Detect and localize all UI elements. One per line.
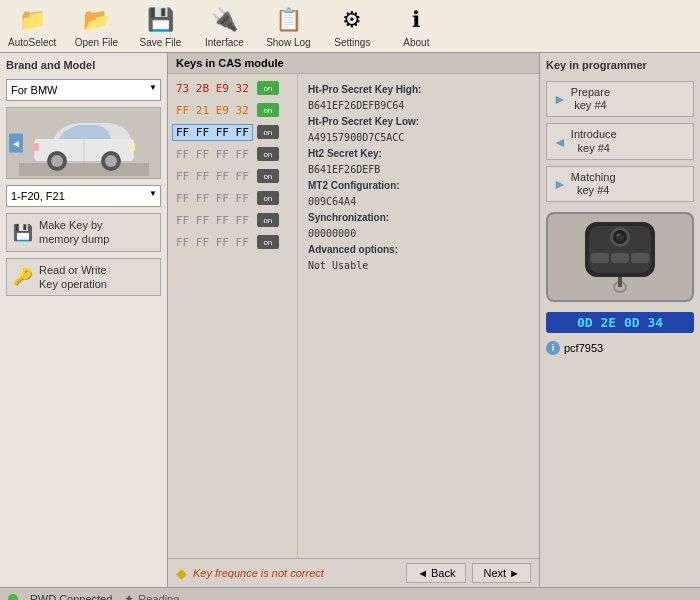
toolbar-interface[interactable]: 🔌 Interface	[200, 4, 248, 48]
key-indicator-7[interactable]: on	[257, 235, 279, 249]
read-write-button[interactable]: 🔑 Read or Write Key operation	[6, 258, 161, 297]
next-button[interactable]: Next ►	[472, 563, 531, 583]
key-hex-7[interactable]: FF FF FF FF	[172, 234, 253, 251]
back-button[interactable]: ◄ Back	[406, 563, 466, 583]
key-indicator-5[interactable]: on	[257, 191, 279, 205]
key-indicator-6[interactable]: on	[257, 213, 279, 227]
key-indicator-2[interactable]: on	[257, 125, 279, 139]
key-hex-0[interactable]: 73 2B E9 32	[172, 80, 253, 97]
car-prev-button[interactable]: ◄	[9, 134, 23, 153]
back-arrow-icon: ◄	[417, 567, 428, 579]
svg-rect-8	[33, 143, 39, 151]
toolbar-autoselect[interactable]: 📁 AutoSelect	[8, 4, 56, 48]
chip-info-icon: i	[546, 341, 560, 355]
key-code-display: 0D 2E 0D 34	[546, 312, 694, 333]
interface-icon: 🔌	[208, 4, 240, 36]
car-svg	[19, 111, 149, 176]
key-row-2: FF FF FF FF on	[172, 122, 293, 142]
right-header: Key in programmer	[546, 59, 694, 71]
svg-rect-7	[129, 143, 135, 151]
key-row-3: FF FF FF FF on	[172, 144, 293, 164]
key-indicator-3[interactable]: on	[257, 147, 279, 161]
about-icon: ℹ	[400, 4, 432, 36]
prepare-key-button[interactable]: ► Prepare key #4	[546, 81, 694, 117]
sync-value: 00000000	[308, 228, 356, 239]
svg-rect-15	[591, 253, 609, 263]
key-indicator-0[interactable]: on	[257, 81, 279, 95]
key-hex-4[interactable]: FF FF FF FF	[172, 168, 253, 185]
brand-dropdown-wrapper: For BMW	[6, 79, 161, 101]
settings-icon: ⚙	[336, 4, 368, 36]
sync-label: Synchronization:	[308, 212, 389, 223]
reading-status: ✦ Reading...	[124, 592, 188, 601]
mt2-config-value: 009C64A4	[308, 196, 356, 207]
advanced-value: Not Usable	[308, 260, 368, 271]
key-indicator-4[interactable]: on	[257, 169, 279, 183]
svg-point-14	[617, 234, 620, 237]
ht-pro-low-value: A49157900D7C5ACC	[308, 132, 404, 143]
spinner-icon: ✦	[124, 592, 134, 601]
model-dropdown[interactable]: 1-F20, F21	[6, 185, 161, 207]
info-column: Ht-Pro Secret Key High: B641EF26DEFB9C64…	[298, 74, 539, 558]
openfile-icon: 📂	[80, 4, 112, 36]
settings-label: Settings	[334, 37, 370, 48]
key-visual-svg	[575, 217, 665, 297]
key-row-6: FF FF FF FF on	[172, 210, 293, 230]
matching-key-button[interactable]: ► Matching key #4	[546, 166, 694, 202]
next-arrow-icon: ►	[509, 567, 520, 579]
autoselect-label: AutoSelect	[8, 37, 56, 48]
toolbar-openfile[interactable]: 📂 Open File	[72, 4, 120, 48]
ht-pro-high-label: Ht-Pro Secret Key High:	[308, 84, 421, 95]
svg-rect-0	[19, 163, 149, 176]
key-hex-5[interactable]: FF FF FF FF	[172, 190, 253, 207]
key-visual	[546, 212, 694, 302]
reading-text: Reading...	[138, 593, 188, 601]
brand-model-label: Brand and Model	[6, 59, 161, 71]
key-hex-6[interactable]: FF FF FF FF	[172, 212, 253, 229]
about-label: About	[403, 37, 429, 48]
introduce-arrow-icon: ◄	[553, 134, 567, 150]
connection-status-dot	[8, 594, 18, 601]
savefile-label: Save File	[140, 37, 182, 48]
svg-rect-16	[611, 253, 629, 263]
key-row-5: FF FF FF FF on	[172, 188, 293, 208]
key-hex-3[interactable]: FF FF FF FF	[172, 146, 253, 163]
right-panel: Key in programmer ► Prepare key #4 ◄ Int…	[540, 53, 700, 587]
svg-point-3	[51, 155, 63, 167]
keys-header: Keys in CAS module	[168, 53, 539, 74]
toolbar-showlog[interactable]: 📋 Show Log	[264, 4, 312, 48]
toolbar-settings[interactable]: ⚙ Settings	[328, 4, 376, 48]
key-indicator-1[interactable]: on	[257, 103, 279, 117]
toolbar-savefile[interactable]: 💾 Save File	[136, 4, 184, 48]
ht-pro-low-label: Ht-Pro Secret Key Low:	[308, 116, 419, 127]
matching-key-label: Matching key #4	[571, 171, 616, 197]
openfile-label: Open File	[75, 37, 118, 48]
main-area: Brand and Model For BMW	[0, 53, 700, 587]
key-hex-2[interactable]: FF FF FF FF	[172, 124, 253, 141]
savefile-icon: 💾	[144, 4, 176, 36]
prepare-arrow-icon: ►	[553, 91, 567, 107]
key-hex-1[interactable]: FF 21 E9 32	[172, 102, 253, 119]
introduce-key-button[interactable]: ◄ Introduce key #4	[546, 123, 694, 159]
autoselect-icon: 📁	[16, 4, 48, 36]
key-row-7: FF FF FF FF on	[172, 232, 293, 252]
matching-arrow-icon: ►	[553, 176, 567, 192]
read-write-label: Read or Write Key operation	[39, 263, 107, 292]
connection-status-text: RWD Connected	[30, 593, 112, 601]
svg-point-5	[105, 155, 117, 167]
key-info-section: Ht-Pro Secret Key High: B641EF26DEFB9C64…	[304, 78, 533, 278]
warning-icon: ◆	[176, 565, 187, 581]
svg-rect-17	[631, 253, 649, 263]
key-row-0: 73 2B E9 32 on	[172, 78, 293, 98]
toolbar-about[interactable]: ℹ About	[392, 4, 440, 48]
key-row-1: FF 21 E9 32 on	[172, 100, 293, 120]
left-panel: Brand and Model For BMW	[0, 53, 168, 587]
brand-dropdown[interactable]: For BMW	[6, 79, 161, 101]
make-key-button[interactable]: 💾 Make Key by memory dump	[6, 213, 161, 252]
key-chip-info: i pcf7953	[546, 341, 694, 355]
model-dropdown-wrapper: 1-F20, F21	[6, 185, 161, 207]
prepare-key-label: Prepare key #4	[571, 86, 610, 112]
warning-text: Key frequnce is not correct	[193, 567, 324, 579]
mt2-config-label: MT2 Configuration:	[308, 180, 400, 191]
memory-icon: 💾	[13, 223, 33, 242]
